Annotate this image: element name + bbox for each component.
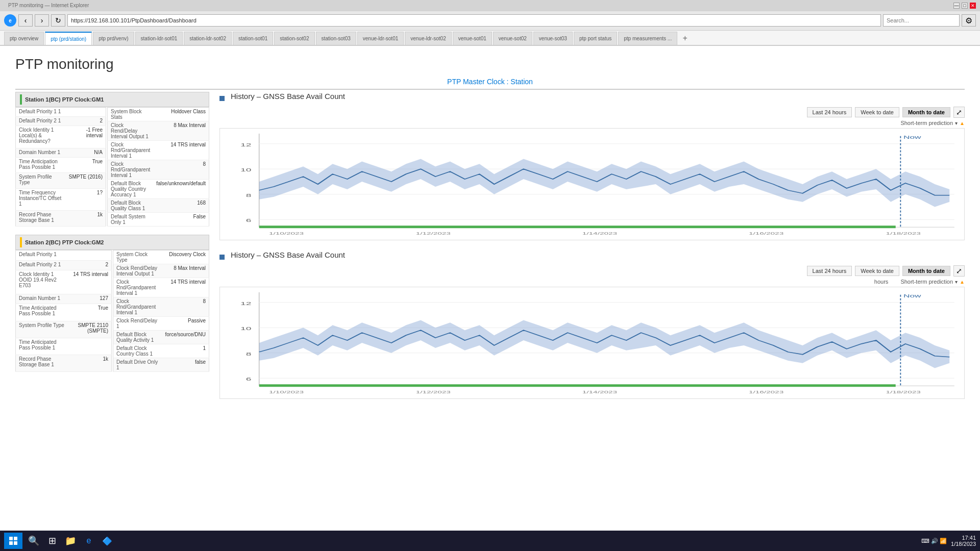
chart1-expand-button[interactable]: ⤢ — [953, 107, 965, 118]
restore-button[interactable]: □ — [962, 3, 968, 9]
table-row: Clock Rend/Delay Interval Output 1 8 Max… — [107, 121, 209, 141]
tab-bar: ptp overview ptp (prd/station) ptp prd/v… — [0, 31, 980, 46]
table-row: Clock Rend/Delay Interval Output 1 8 Max… — [113, 264, 209, 278]
tab-ptp-port-status[interactable]: ptp port status — [574, 32, 617, 45]
table-row: Clock Rnd/Grandparent Interval 1 8 — [113, 297, 209, 317]
table-row: Default Priority 2 1 2 — [16, 117, 106, 126]
svg-rect-29 — [259, 384, 896, 387]
station1-block: Station 1(BC) PTP Clock:GM1 Default Prio… — [15, 92, 209, 227]
table-row: Clock Identity 1 Local(s) & Redundancy? … — [16, 126, 106, 148]
table-row: System Profile Type SMPTE (2016) — [16, 173, 106, 189]
task-view-button[interactable]: ⊞ — [45, 534, 59, 548]
svg-text:6: 6 — [246, 217, 252, 223]
chart1-title: History – GNSS Base Avail Count — [231, 92, 345, 101]
chart2-btn-week[interactable]: Week to date — [855, 266, 899, 276]
svg-text:Now: Now — [903, 135, 921, 140]
chart2-btn-month[interactable]: Month to date — [902, 266, 950, 276]
station2-left-table: Default Priority 1 Default Priority 2 1 … — [15, 250, 112, 372]
left-panel: Station 1(BC) PTP Clock:GM1 Default Prio… — [15, 92, 209, 409]
taskbar-right: ⌨ 🔊 📶 17:41 1/18/2023 — [921, 535, 976, 547]
chart2-section: History – GNSS Base Avail Count Last 24 … — [219, 251, 965, 399]
svg-text:1/16/2023: 1/16/2023 — [749, 231, 783, 236]
tab-station-ldr-sot01[interactable]: station-ldr-sot01 — [135, 32, 183, 45]
chart1-svg: 6 8 10 12 — [220, 129, 964, 240]
tab-ptp-overview[interactable]: ptp overview — [4, 32, 44, 45]
chart1-triangle-icon: ▲ — [960, 120, 965, 126]
table-row: System Profile Type SMPTE 2110 (SMPTE) — [16, 321, 112, 338]
tab-ptp-measurements[interactable]: ptp measurements ... — [618, 32, 677, 45]
table-row: System Clock Type Discovery Clock — [113, 251, 209, 264]
chart2-hours-label: hours — [874, 279, 889, 285]
svg-text:8: 8 — [246, 351, 252, 357]
chart2-triangle-icon: ▲ — [960, 279, 965, 285]
table-row: Time Anticipated Pass Possible 1 — [16, 338, 112, 355]
app-icon[interactable]: 🔷 — [100, 534, 114, 548]
table-row: Clock Rnd/Grandparent Interval 1 8 — [107, 160, 209, 180]
station1-status-bar — [20, 94, 22, 105]
chart2-expand-button[interactable]: ⤢ — [953, 265, 965, 277]
minimize-button[interactable]: — — [953, 3, 960, 9]
ie-taskbar-button[interactable]: e — [82, 534, 96, 548]
table-row: Default Priority 1 — [16, 251, 112, 261]
windows-icon — [9, 537, 17, 545]
tab-venue-ldr-sot02[interactable]: venue-ldr-sot02 — [405, 32, 451, 45]
table-row: Default Block Quality Activity 1 force/s… — [113, 331, 209, 344]
table-row: Default System Only 1 False — [107, 213, 209, 227]
taskbar-clock: 17:41 1/18/2023 — [951, 535, 976, 547]
chart1-btn-week[interactable]: Week to date — [855, 107, 899, 117]
tab-station-sot03[interactable]: station-sot03 — [316, 32, 356, 45]
tab-venue-sot03[interactable]: venue-sot03 — [533, 32, 573, 45]
page-title: PTP monitoring — [15, 56, 965, 72]
tab-ptp-prd-station[interactable]: ptp (prd/station) — [45, 32, 92, 45]
tab-venue-sot02[interactable]: venue-sot02 — [493, 32, 532, 45]
settings-button[interactable]: ⚙ — [962, 14, 976, 27]
taskbar: 🔍 ⊞ 📁 e 🔷 ⌨ 🔊 📶 17:41 1/18/2023 — [0, 531, 980, 551]
chart2-controls: Last 24 hours Week to date Month to date… — [219, 265, 965, 277]
search-bar[interactable] — [883, 14, 960, 27]
svg-rect-41 — [14, 541, 17, 545]
station1-left-table: Default Priority 1 1 Default Priority 2 … — [15, 107, 106, 227]
chart1-short-term-row: Short-term prediction ▾ ▲ — [219, 120, 965, 126]
back-button[interactable]: ‹ — [18, 14, 33, 27]
tab-ptp-prd-venv[interactable]: ptp prd/venv) — [93, 32, 134, 45]
start-button[interactable] — [4, 533, 22, 549]
table-row: Clock Identity 1 OOID 19.4 Rev2 E703 14 … — [16, 270, 112, 294]
svg-text:1/10/2023: 1/10/2023 — [269, 390, 304, 394]
chart1-btn-month[interactable]: Month to date — [902, 107, 950, 117]
chart2-chevron-icon: ▾ — [955, 279, 958, 285]
page-content: PTP monitoring PTP Master Clock : Statio… — [0, 46, 980, 531]
table-row: Record Phase Storage Base 1 1k — [16, 355, 112, 371]
station1-header: Station 1(BC) PTP Clock:GM1 — [15, 92, 209, 107]
add-tab-button[interactable]: + — [678, 32, 692, 45]
file-explorer-button[interactable]: 📁 — [63, 534, 78, 548]
chart2-area: 6 8 10 12 — [219, 287, 965, 399]
svg-rect-39 — [14, 537, 17, 540]
system-tray: ⌨ 🔊 📶 — [921, 538, 947, 544]
browser-titlebar: PTP monitoring — Internet Explorer — □ ✕ — [0, 0, 980, 11]
browser-toolbar: e ‹ › ↻ https://192.168.100.101/PtpDashb… — [0, 11, 980, 30]
tab-station-sot01[interactable]: station-sot01 — [233, 32, 273, 45]
table-row: Default Clock Country Class 1 1 — [113, 344, 209, 358]
chart1-btn-24h[interactable]: Last 24 hours — [807, 107, 852, 117]
tab-venue-ldr-sot01[interactable]: venue-ldr-sot01 — [357, 32, 404, 45]
tab-station-ldr-sot02[interactable]: station-ldr-sot02 — [184, 32, 232, 45]
address-bar[interactable]: https://192.168.100.101/PtpDashboard/Das… — [67, 14, 881, 27]
table-row: System Block Stats Holdover Class — [107, 108, 209, 121]
forward-button[interactable]: › — [35, 14, 49, 27]
chart2-legend-dot — [219, 255, 225, 260]
table-row: Time Anticipation Pass Possible 1 True — [16, 157, 106, 173]
svg-text:1/10/2023: 1/10/2023 — [269, 231, 304, 236]
chart2-btn-24h[interactable]: Last 24 hours — [807, 266, 852, 276]
refresh-button[interactable]: ↻ — [51, 14, 65, 27]
tab-station-sot02[interactable]: station-sot02 — [274, 32, 314, 45]
chart1-chevron-icon: ▾ — [955, 120, 958, 126]
tab-venue-sot01[interactable]: venue-sot01 — [453, 32, 492, 45]
search-taskbar-button[interactable]: 🔍 — [27, 534, 41, 548]
main-panels: Station 1(BC) PTP Clock:GM1 Default Prio… — [15, 92, 965, 409]
svg-text:8: 8 — [246, 192, 252, 198]
svg-text:1/14/2023: 1/14/2023 — [582, 231, 617, 236]
close-button[interactable]: ✕ — [970, 3, 976, 9]
table-row: Clock Rnd/Grandparent Interval 1 14 TRS … — [113, 278, 209, 297]
table-row: Default Priority 2 1 2 — [16, 260, 112, 270]
svg-rect-40 — [9, 541, 13, 545]
